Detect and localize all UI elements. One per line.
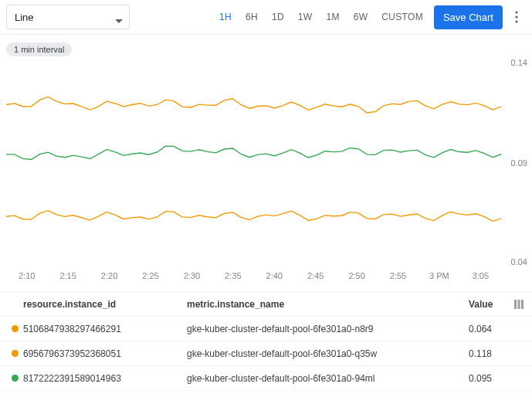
time-range-1h[interactable]: 1H	[213, 7, 238, 27]
x-tick: 3 PM	[418, 271, 459, 280]
x-tick: 2:25	[130, 271, 171, 280]
chart-type-value: Line	[15, 12, 34, 23]
y-tick: 0.14	[511, 58, 527, 67]
x-tick: 2:45	[295, 271, 336, 280]
x-tick: 2:40	[254, 271, 295, 280]
cell-instance-id: 8172222391589014963	[23, 373, 187, 384]
table-row[interactable]: 5106847938297466291gke-kuber-cluster-def…	[0, 317, 532, 341]
cell-value: 0.064	[469, 324, 512, 334]
svg-rect-3	[514, 300, 517, 309]
svg-point-2	[515, 20, 517, 22]
x-tick: 2:50	[336, 271, 377, 280]
more-options-button[interactable]	[507, 5, 526, 29]
svg-rect-5	[521, 300, 524, 309]
cell-value: 0.118	[469, 348, 512, 359]
line-chart	[6, 59, 501, 266]
cell-instance-name: gke-kuber-cluster-default-pool-6fe301a0-…	[187, 324, 469, 334]
series-color-dot	[12, 350, 19, 357]
svg-point-0	[515, 11, 517, 13]
series-line	[6, 211, 501, 222]
time-range-6h[interactable]: 6H	[239, 7, 264, 27]
cell-instance-id: 5106847938297466291	[23, 324, 187, 334]
cell-instance-id: 6956796373952368051	[23, 348, 187, 359]
time-range-custom[interactable]: CUSTOM	[375, 7, 429, 27]
series-line	[6, 97, 501, 113]
chip-row: 1 min interval	[0, 35, 532, 59]
time-range-1w[interactable]: 1W	[292, 7, 319, 27]
cell-instance-name: gke-kuber-cluster-default-pool-6fe301a0-…	[187, 348, 469, 359]
x-tick: 2:20	[89, 271, 130, 280]
col-header-name[interactable]: metric.instance_name	[187, 299, 469, 310]
chart-area: 0.14 0.09 0.04	[0, 59, 532, 266]
time-range-1d[interactable]: 1D	[266, 7, 290, 27]
y-tick: 0.09	[511, 158, 527, 168]
x-tick: 2:35	[212, 271, 253, 280]
col-header-value[interactable]: Value	[469, 299, 512, 310]
chart-type-select[interactable]: Line	[6, 5, 130, 29]
x-tick: 2:15	[47, 271, 88, 280]
save-chart-button[interactable]: Save Chart	[434, 5, 503, 29]
cell-value: 0.095	[469, 373, 512, 384]
chevron-down-icon	[115, 15, 123, 26]
x-axis-ticks: 2:102:152:202:252:302:352:402:452:502:55…	[0, 271, 532, 280]
interval-chip[interactable]: 1 min interval	[6, 42, 72, 56]
columns-icon	[514, 300, 524, 309]
kebab-icon	[515, 11, 518, 23]
svg-point-1	[515, 15, 517, 18]
column-settings-button[interactable]	[512, 300, 526, 309]
x-tick: 2:10	[6, 271, 47, 280]
cell-instance-name: gke-kuber-cluster-default-pool-6fe301a0-…	[187, 373, 469, 384]
x-tick: 3:05	[460, 271, 501, 280]
svg-rect-4	[518, 300, 520, 309]
time-range-1m[interactable]: 1M	[320, 7, 345, 27]
time-range-group: 1H6H1D1W1M6WCUSTOM	[213, 7, 429, 27]
time-range-6w[interactable]: 6W	[347, 7, 374, 27]
table-row[interactable]: 8172222391589014963gke-kuber-cluster-def…	[0, 366, 532, 391]
series-color-dot	[12, 375, 19, 382]
series-line	[6, 146, 501, 159]
x-tick: 2:55	[378, 271, 418, 280]
legend-header: resource.instance_id metric.instance_nam…	[0, 292, 532, 317]
table-row[interactable]: 6956796373952368051gke-kuber-cluster-def…	[0, 341, 532, 366]
toolbar: Line 1H6H1D1W1M6WCUSTOM Save Chart	[0, 0, 532, 35]
series-color-dot	[12, 325, 19, 332]
x-tick: 2:30	[171, 271, 212, 280]
y-tick: 0.04	[511, 257, 527, 266]
legend-table: resource.instance_id metric.instance_nam…	[0, 291, 532, 391]
col-header-id[interactable]: resource.instance_id	[23, 299, 187, 310]
